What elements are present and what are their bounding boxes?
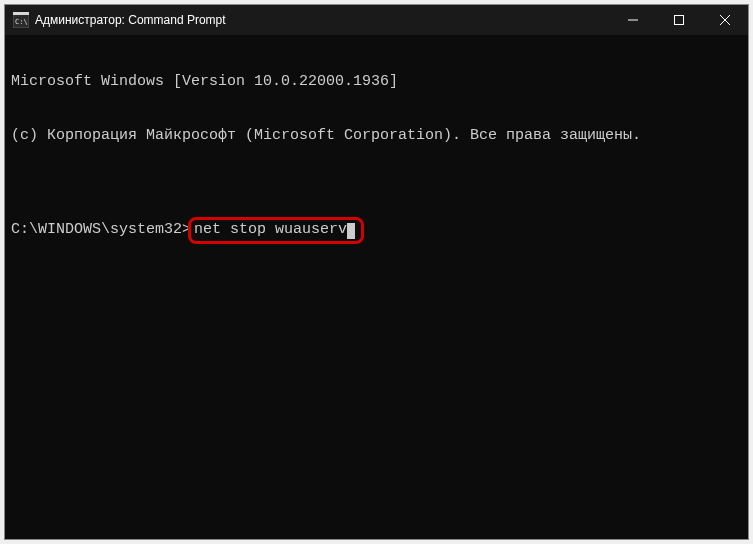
svg-rect-1 bbox=[13, 12, 29, 15]
close-button[interactable] bbox=[702, 5, 748, 35]
svg-rect-4 bbox=[675, 16, 684, 25]
terminal-area[interactable]: Microsoft Windows [Version 10.0.22000.19… bbox=[5, 35, 748, 539]
cmd-icon: C:\ bbox=[13, 12, 29, 28]
command-prompt-window: C:\ Администратор: Command Prompt bbox=[4, 4, 749, 540]
window-controls bbox=[610, 5, 748, 35]
svg-text:C:\: C:\ bbox=[15, 18, 28, 26]
window-title: Администратор: Command Prompt bbox=[35, 13, 226, 27]
text-cursor bbox=[347, 223, 355, 239]
terminal-line-copyright: (c) Корпорация Майкрософт (Microsoft Cor… bbox=[11, 127, 742, 145]
minimize-button[interactable] bbox=[610, 5, 656, 35]
command-highlight: net stop wuauserv bbox=[188, 217, 364, 244]
maximize-button[interactable] bbox=[656, 5, 702, 35]
titlebar[interactable]: C:\ Администратор: Command Prompt bbox=[5, 5, 748, 35]
terminal-prompt-line: C:\WINDOWS\system32>net stop wuauserv bbox=[11, 217, 742, 244]
typed-command: net stop wuauserv bbox=[194, 221, 347, 238]
prompt-path: C:\WINDOWS\system32> bbox=[11, 221, 191, 239]
terminal-line-version: Microsoft Windows [Version 10.0.22000.19… bbox=[11, 73, 742, 91]
